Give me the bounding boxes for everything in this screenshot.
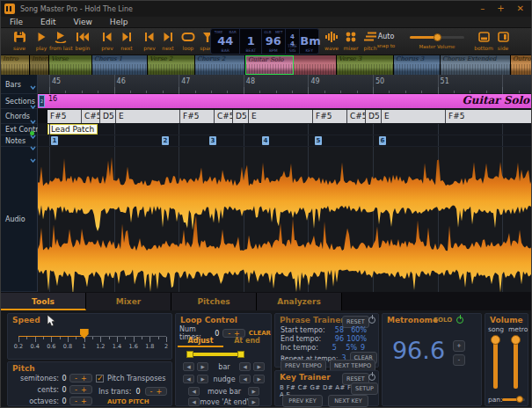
loop-nudge-row-arrow-button[interactable]: ◀ [183, 375, 194, 383]
loop-tab-atend[interactable]: At end [225, 337, 269, 345]
track-label-sections[interactable]: Sections [1, 94, 37, 109]
tab-mixer[interactable]: Mixer [86, 293, 171, 310]
metronome-increase-button[interactable]: + [453, 340, 465, 352]
dock-side-button[interactable]: side [493, 31, 513, 51]
tab-tools[interactable]: Tools [1, 293, 86, 310]
phrase-power-icon[interactable] [368, 317, 375, 324]
menu-edit[interactable]: Edit [32, 18, 64, 26]
snap-to-control[interactable]: Auto snap to [373, 33, 399, 48]
chord-cell[interactable]: E [116, 110, 180, 123]
next-button[interactable]: next [115, 31, 138, 51]
pan-handle[interactable] [516, 396, 523, 403]
chords-row[interactable]: F#5C#5D5EF#5C#5D5EF#5C#5D5EF#5 [38, 109, 532, 124]
ins-trans-plus[interactable]: + [154, 388, 164, 395]
overview-section-guitar-solo[interactable]: Guitar Solo [245, 55, 294, 75]
stepper-minus[interactable]: - [73, 397, 79, 404]
note-marker[interactable]: 4 [262, 136, 269, 145]
loop-bar-row-arrow-button[interactable]: ▶ [253, 362, 265, 371]
chord-cell[interactable]: F#5 [446, 110, 532, 123]
overview-section-chorus-extended[interactable]: Chorus Extended [441, 55, 511, 75]
num-times-minus[interactable]: - [226, 330, 232, 337]
stepper-plus[interactable]: + [79, 375, 89, 382]
stepper-plus[interactable]: + [79, 386, 89, 393]
track-label-chords[interactable]: Chords [1, 109, 37, 124]
tab-pitches[interactable]: Pitches [171, 293, 257, 310]
metronome-power-icon[interactable] [456, 317, 463, 324]
master-volume-handle[interactable] [434, 33, 441, 41]
overview-section-unnamed[interactable] [294, 55, 337, 75]
ext-control-tag[interactable]: Lead Patch [47, 124, 98, 135]
song-volume-slider[interactable] [493, 339, 498, 389]
loop-nudge-row-arrow-button[interactable]: ▶ [197, 375, 208, 383]
maximize-button[interactable]: + [497, 4, 504, 13]
chord-cell[interactable]: D5 [366, 110, 382, 123]
overview-section-verse-3[interactable]: Verse 3 [337, 55, 394, 75]
note-marker[interactable]: 6 [379, 136, 386, 145]
note-marker[interactable]: 5 [315, 136, 322, 145]
loop-move-bar-row-arrow-button[interactable]: ▶ [248, 387, 259, 396]
menu-help[interactable]: Help [101, 18, 137, 26]
chord-cell[interactable]: C#5 [215, 110, 233, 123]
chord-cell[interactable]: E [382, 110, 446, 123]
overview-section-chorus-2[interactable]: Chorus 2 [195, 55, 245, 75]
ext-control-row[interactable]: Lead Patch [38, 124, 532, 135]
metro-volume-slider[interactable] [514, 339, 518, 389]
loop-nudge-row-arrow-button[interactable]: ◀ [239, 375, 251, 383]
tab-analyzers[interactable]: Analyzers [257, 293, 342, 310]
loop-range-handle-left[interactable] [186, 351, 193, 358]
menu-file[interactable]: File [1, 18, 32, 26]
song-volume-handle[interactable] [491, 335, 500, 345]
note-marker[interactable]: 3 [209, 136, 216, 145]
chord-cell[interactable]: D5 [233, 110, 249, 123]
chord-cell[interactable]: F#5 [47, 110, 82, 123]
overview-section-verse[interactable]: Verse [49, 55, 92, 75]
prev-key-button[interactable]: PREV KEY [282, 395, 323, 407]
loop-bar-row-arrow-button[interactable]: ◀ [239, 362, 251, 371]
loop-bar-row-arrow-button[interactable]: ◀ [183, 362, 194, 371]
overview-section-chorus-1[interactable]: Chorus 1 [92, 55, 148, 75]
menu-view[interactable]: View [65, 18, 101, 26]
loop-marker[interactable]: 2 [39, 95, 45, 107]
num-times-plus[interactable]: + [232, 330, 242, 337]
overview-section-chorus-3[interactable]: Chorus 3 [394, 55, 441, 75]
pitch-transposes-checkbox[interactable] [96, 375, 104, 382]
pitch-row-stepper[interactable]: -+ [69, 385, 92, 394]
auto-pitch-button[interactable]: AUTO PITCH [107, 398, 149, 405]
loop-nudge-row-arrow-button[interactable]: ▶ [253, 375, 265, 383]
chord-cell[interactable]: C#5 [82, 110, 100, 123]
ins-trans-stepper[interactable]: -+ [145, 387, 168, 396]
save-button[interactable]: save [8, 31, 31, 51]
pitch-row-stepper[interactable]: -+ [69, 397, 92, 405]
stepper-plus[interactable]: + [79, 397, 89, 404]
pan-slider[interactable] [502, 398, 525, 401]
overview-section-intro[interactable]: Intro [1, 55, 30, 75]
bars-ruler[interactable]: 45464748495051 [38, 75, 532, 94]
song-overview-strip[interactable]: IntroInterludeVerseChorus 1Verse 2Chorus… [1, 55, 532, 75]
metronome-decrease-button[interactable]: - [453, 354, 465, 366]
loop-range-handle-right[interactable] [237, 351, 244, 358]
track-label-notes[interactable]: Notes [1, 135, 37, 147]
stepper-minus[interactable]: - [73, 386, 79, 393]
minimize-button[interactable]: – [480, 4, 485, 13]
overview-section-interlude[interactable]: Interlude [30, 55, 49, 75]
wave-view-button[interactable]: wave [323, 31, 340, 51]
track-label-audio[interactable]: Audio [1, 147, 37, 292]
loop-move-atend-row-arrow-button[interactable]: ◀ [188, 397, 200, 406]
mixer-view-button[interactable]: mixer [342, 31, 360, 51]
sections-row[interactable]: 2 16 Guitar Solo [38, 94, 532, 109]
loop-clear-button[interactable]: CLEAR [249, 330, 271, 337]
speed-slider-handle[interactable] [80, 329, 89, 339]
chord-cell[interactable]: F#5 [313, 110, 347, 123]
loop-bar-row-arrow-button[interactable]: ▶ [197, 362, 208, 371]
chord-cell[interactable]: F#5 [180, 110, 215, 123]
ins-trans-minus[interactable]: - [149, 388, 155, 395]
next-key-button[interactable]: NEXT KEY [328, 395, 368, 407]
chevron-down-icon[interactable] [30, 149, 36, 166]
chevron-down-icon[interactable] [30, 76, 36, 93]
audio-waveform[interactable] [38, 147, 532, 292]
master-volume-track[interactable] [410, 36, 464, 39]
master-volume-slider[interactable]: Master Volume [410, 36, 464, 49]
loop-range-slider[interactable] [183, 351, 266, 358]
loop-move-bar-row-arrow-button[interactable]: ◀ [188, 387, 200, 396]
chord-cell[interactable]: C#5 [347, 110, 366, 123]
